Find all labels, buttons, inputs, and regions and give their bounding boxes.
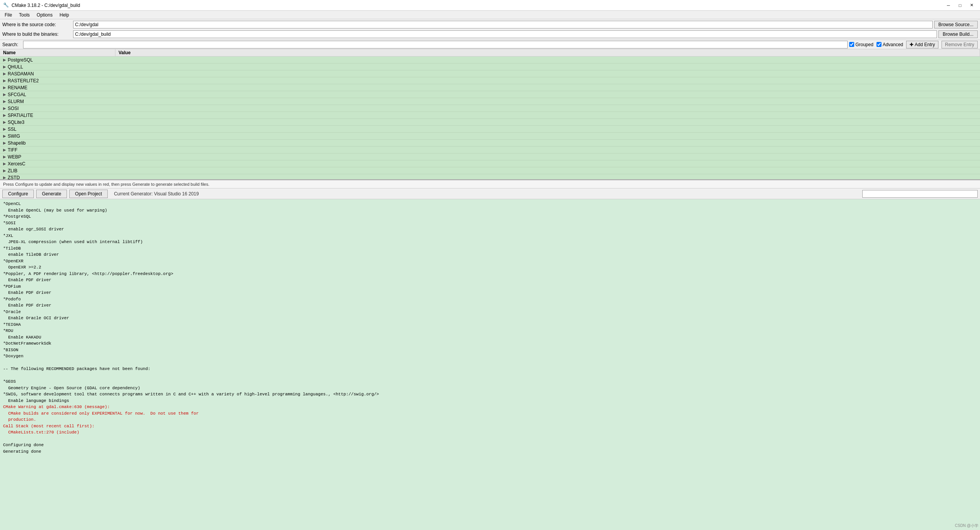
output-area: *OpenCL Enable OpenCL (may be used for w… (0, 199, 980, 530)
table-header: Name Value (0, 49, 980, 57)
expand-arrow-icon[interactable]: ▶ (3, 113, 6, 117)
table-row[interactable]: ▶ QHULL (0, 63, 980, 70)
value-column-header: Value (115, 49, 980, 56)
source-row: Where is the source code: Browse Source.… (2, 20, 978, 29)
browse-build-button[interactable]: Browse Build... (938, 30, 978, 38)
browse-source-button[interactable]: Browse Source... (934, 21, 978, 28)
row-name: RASDAMAN (8, 71, 34, 77)
configure-button[interactable]: Configure (2, 190, 34, 198)
table-row[interactable]: ▶ PostgreSQL (0, 57, 980, 63)
table-row[interactable]: ▶ RENAME (0, 84, 980, 91)
expand-arrow-icon[interactable]: ▶ (3, 120, 6, 124)
window-controls: ─ □ ✕ (943, 2, 977, 9)
table-row[interactable]: ▶ XercesC (0, 160, 980, 167)
table-row[interactable]: ▶ SPATIALITE (0, 112, 980, 119)
row-name: RENAME (8, 85, 27, 90)
row-value (115, 101, 980, 102)
grouped-checkbox[interactable] (849, 42, 854, 47)
minimize-button[interactable]: ─ (943, 2, 954, 9)
expand-arrow-icon[interactable]: ▶ (3, 106, 6, 110)
expand-arrow-icon[interactable]: ▶ (3, 175, 6, 180)
expand-arrow-icon[interactable]: ▶ (3, 155, 6, 159)
table-row[interactable]: ▶ SLURM (0, 98, 980, 105)
table-row[interactable]: ▶ Shapelib (0, 140, 980, 147)
expand-arrow-icon[interactable]: ▶ (3, 58, 6, 62)
source-label: Where is the source code: (2, 22, 72, 27)
grouped-label: Grouped (855, 42, 873, 47)
row-value (115, 129, 980, 130)
row-name: PostgreSQL (8, 57, 33, 63)
row-name: WEBP (8, 154, 21, 160)
row-value (115, 122, 980, 123)
generate-button[interactable]: Generate (36, 190, 67, 198)
expand-arrow-icon[interactable]: ▶ (3, 148, 6, 152)
expand-arrow-icon[interactable]: ▶ (3, 134, 6, 138)
row-name: Shapelib (8, 140, 26, 146)
build-label: Where to build the binaries: (2, 32, 72, 37)
menu-bar: File Tools Options Help (0, 11, 980, 19)
advanced-checkbox[interactable] (876, 42, 881, 47)
table-row[interactable]: ▶ ZLIB (0, 167, 980, 174)
expand-arrow-icon[interactable]: ▶ (3, 99, 6, 103)
table-row[interactable]: ▶ SWIG (0, 133, 980, 140)
expand-arrow-icon[interactable]: ▶ (3, 141, 6, 145)
expand-arrow-icon[interactable]: ▶ (3, 85, 6, 90)
table-row[interactable]: ▶ SOSI (0, 105, 980, 112)
search-row: Search: Grouped Advanced ✚ Add Entry Rem… (0, 40, 980, 49)
table-row[interactable]: ▶ ZSTD (0, 174, 980, 180)
open-project-button[interactable]: Open Project (69, 190, 108, 198)
row-name: SOSI (8, 106, 19, 111)
table-body: ▶ PostgreSQL ▶ QHULL ▶ RASDAMAN ▶ RASTER… (0, 57, 980, 180)
advanced-checkbox-label[interactable]: Advanced (876, 42, 903, 47)
cmake-icon: 🔧 (3, 2, 9, 8)
row-value (115, 87, 980, 88)
table-row[interactable]: ▶ RASTERLITE2 (0, 77, 980, 84)
build-input[interactable] (73, 30, 937, 38)
add-entry-button[interactable]: ✚ Add Entry (906, 41, 938, 48)
table-row[interactable]: ▶ WEBP (0, 153, 980, 160)
expand-arrow-icon[interactable]: ▶ (3, 78, 6, 83)
window-title: CMake 3.18.2 - C:/dev/gdal_build (12, 3, 80, 8)
title-bar: 🔧 CMake 3.18.2 - C:/dev/gdal_build ─ □ ✕ (0, 0, 980, 11)
row-name: SQLite3 (8, 120, 24, 125)
menu-file[interactable]: File (2, 12, 15, 18)
table-row[interactable]: ▶ SSL (0, 126, 980, 133)
table-row[interactable]: ▶ SQLite3 (0, 119, 980, 126)
menu-tools[interactable]: Tools (16, 12, 33, 18)
search-input[interactable] (23, 41, 848, 48)
expand-arrow-icon[interactable]: ▶ (3, 65, 6, 69)
search-label: Search: (2, 42, 22, 47)
menu-help[interactable]: Help (57, 12, 72, 18)
row-name: XercesC (8, 161, 25, 167)
generator-label: Current Generator: Visual Studio 16 2019 (114, 191, 199, 197)
table-row[interactable]: ▶ SFCGAL (0, 91, 980, 98)
expand-arrow-icon[interactable]: ▶ (3, 92, 6, 97)
menu-options[interactable]: Options (33, 12, 55, 18)
close-button[interactable]: ✕ (966, 2, 977, 9)
table-row[interactable]: ▶ TIFF (0, 147, 980, 153)
expand-arrow-icon[interactable]: ▶ (3, 72, 6, 76)
row-name: ZSTD (8, 175, 20, 180)
row-name: SPATIALITE (8, 113, 33, 118)
row-value (115, 94, 980, 95)
source-input[interactable] (73, 21, 933, 28)
watermark: CSDN @小学 (955, 523, 978, 528)
expand-arrow-icon[interactable]: ▶ (3, 168, 6, 173)
status-bar: Press Configure to update and display ne… (0, 180, 980, 188)
remove-entry-button[interactable]: Remove Entry (942, 41, 978, 48)
add-icon: ✚ (910, 42, 913, 47)
generator-input[interactable] (862, 190, 978, 198)
expand-arrow-icon[interactable]: ▶ (3, 162, 6, 166)
table-area: Name Value ▶ PostgreSQL ▶ QHULL ▶ RASDAM… (0, 49, 980, 180)
grouped-checkbox-label[interactable]: Grouped (849, 42, 873, 47)
row-name: RASTERLITE2 (8, 78, 39, 83)
row-name: QHULL (8, 64, 23, 70)
row-value (115, 170, 980, 171)
row-value (115, 67, 980, 67)
expand-arrow-icon[interactable]: ▶ (3, 127, 6, 131)
table-row[interactable]: ▶ RASDAMAN (0, 70, 980, 77)
row-name: SFCGAL (8, 92, 26, 97)
add-entry-label: Add Entry (915, 42, 935, 47)
row-value (115, 108, 980, 109)
restore-button[interactable]: □ (955, 2, 965, 9)
